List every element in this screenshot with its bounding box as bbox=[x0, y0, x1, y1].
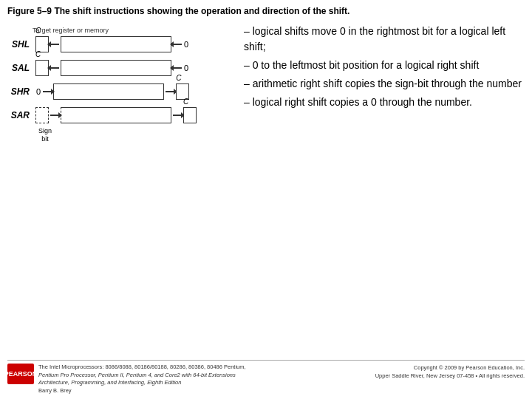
sal-label: SAL bbox=[7, 63, 30, 73]
description-text: – logical shifts move 0 in the rightmost… bbox=[244, 21, 525, 123]
sal-main-box bbox=[61, 60, 171, 76]
figure-number: Figure 5–9 bbox=[7, 6, 52, 16]
caption-text: The shift instructions showing the opera… bbox=[54, 6, 349, 16]
footer-book-info: The Intel Microprocessors: 8086/8088, 80… bbox=[38, 364, 246, 395]
shr-arrow1 bbox=[43, 91, 52, 92]
sar-sign-box bbox=[35, 107, 49, 123]
shl-main-box bbox=[61, 36, 171, 52]
shr-zero: 0 bbox=[36, 87, 41, 96]
target-register-label: Target register or memory bbox=[33, 27, 109, 34]
sal-c-label: C bbox=[35, 50, 41, 58]
sar-c-label: C bbox=[183, 98, 188, 106]
footer-left: PEARSON The Intel Microprocessors: 8086/… bbox=[7, 364, 246, 395]
footer-line3: Architecture, Programming, and Interfaci… bbox=[38, 379, 181, 386]
shr-c-label: C bbox=[176, 74, 181, 82]
shl-label: SHL bbox=[7, 39, 30, 50]
footer-line2: Pentium Pro Processor, Pentium II, Penti… bbox=[38, 372, 236, 378]
sal-arrow1 bbox=[50, 67, 59, 69]
sar-main-box bbox=[61, 107, 171, 123]
bullet3-text: – arithmetic right shift copies the sign… bbox=[244, 76, 525, 92]
shl-arrow2 bbox=[173, 44, 182, 45]
sar-carry-box bbox=[183, 107, 197, 123]
figure-caption: Figure 5–9 The shift instructions showin… bbox=[7, 6, 525, 16]
rights-text: Upper Saddle River, New Jersey 07-458 • … bbox=[375, 372, 525, 379]
sal-diagram-row: SAL C 0 bbox=[7, 60, 236, 76]
shr-arrow2 bbox=[166, 91, 174, 92]
sar-arrow2 bbox=[173, 115, 182, 116]
sign-bit-label: Signbit bbox=[38, 127, 52, 144]
sar-arrow1 bbox=[50, 115, 59, 116]
footer-line4: Barry B. Brey bbox=[38, 387, 72, 394]
sar-label: SAR bbox=[7, 110, 30, 120]
footer-line1: The Intel Microprocessors: 8086/8088, 80… bbox=[38, 364, 246, 370]
bullet2-text: – 0 to the leftmost bit position for a l… bbox=[244, 58, 525, 73]
footer-right: Copyright © 2009 by Pearson Education, I… bbox=[375, 364, 525, 381]
shl-diagram-row: SHL C 0 bbox=[7, 36, 236, 52]
bullet1-text: – logical shifts move 0 in the rightmost… bbox=[244, 24, 525, 55]
shr-diagram-row: SHR 0 C bbox=[7, 83, 236, 100]
shr-main-box bbox=[53, 83, 164, 100]
sar-diagram-row: SAR Signbit C bbox=[7, 107, 236, 123]
shr-label: SHR bbox=[7, 86, 30, 97]
bullet4-text: – logical right shift copies a 0 through… bbox=[244, 95, 525, 110]
shl-zero: 0 bbox=[184, 40, 188, 49]
diagrams-panel: Target register or memory SHL C 0 SAL C bbox=[7, 21, 236, 123]
shl-arrow1 bbox=[50, 44, 59, 45]
copyright-text: Copyright © 2009 by Pearson Education, I… bbox=[414, 364, 525, 371]
pearson-logo: PEARSON bbox=[7, 364, 34, 384]
footer: PEARSON The Intel Microprocessors: 8086/… bbox=[7, 360, 525, 395]
shl-c-label: C bbox=[35, 27, 41, 35]
sal-arrow2 bbox=[173, 67, 182, 69]
sal-zero: 0 bbox=[184, 64, 188, 72]
